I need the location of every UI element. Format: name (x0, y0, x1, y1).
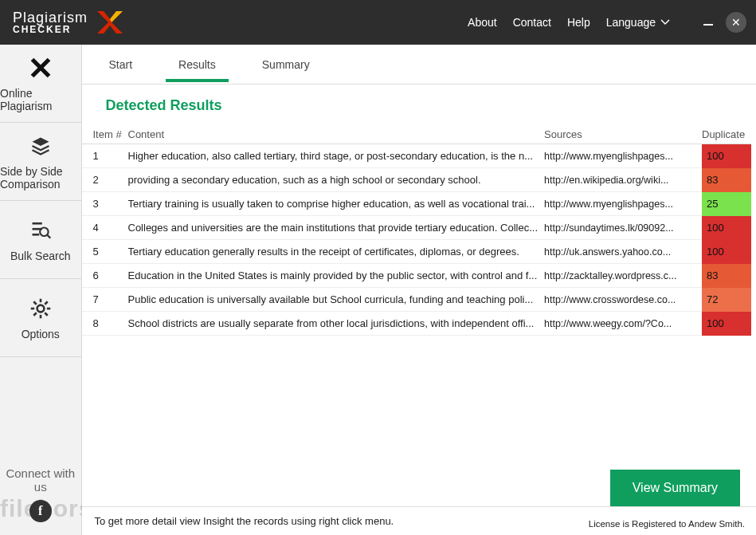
cell-item-num: 6 (93, 269, 128, 281)
table-row[interactable]: 1Higher education, also called tertiary,… (82, 144, 752, 168)
cell-content: Public education is universally availabl… (128, 293, 545, 305)
cell-source: http://www.myenglishpages... (544, 151, 702, 162)
license-text: License is Registered to Andew Smith. (589, 519, 745, 529)
tab-results[interactable]: Results (175, 49, 219, 81)
app-name-2: CHECKER (13, 25, 88, 34)
cell-source: http://en.wikipedia.org/wiki... (544, 175, 702, 186)
cell-duplicate: 72 (702, 288, 751, 312)
cell-item-num: 1 (93, 150, 128, 162)
nav-help[interactable]: Help (567, 16, 590, 29)
table-row[interactable]: 8School districts are usually separate f… (82, 312, 752, 336)
facebook-icon[interactable]: f (29, 500, 52, 522)
cell-duplicate: 100 (702, 144, 751, 168)
cell-content: providing a secondary education, such as… (128, 174, 545, 186)
cell-duplicate: 25 (702, 192, 751, 216)
svg-line-10 (33, 301, 37, 305)
svg-line-13 (45, 301, 48, 305)
cell-content: Colleges and universities are the main i… (128, 222, 545, 234)
col-sources: Sources (544, 128, 702, 140)
section-title: Detected Results (106, 97, 757, 114)
table-row[interactable]: 6Education in the United States is mainl… (82, 264, 752, 288)
cell-duplicate: 100 (702, 312, 751, 336)
svg-point-5 (37, 305, 44, 312)
cell-item-num: 8 (93, 317, 128, 329)
sidebar: Online Plagiarism Side by Side Compariso… (0, 45, 82, 535)
logo-x-icon (92, 6, 124, 38)
col-duplicate: Duplicate (702, 128, 751, 140)
cell-content: Education in the United States is mainly… (128, 269, 545, 281)
nav-contact[interactable]: Contact (513, 16, 551, 29)
svg-line-4 (47, 234, 50, 238)
cell-item-num: 2 (93, 174, 128, 186)
cell-duplicate: 83 (702, 168, 751, 192)
results-table: Item # Content Sources Duplicate 1Higher… (82, 125, 757, 506)
col-content: Content (128, 128, 545, 140)
table-row[interactable]: 3Tertiary training is usually taken to c… (82, 192, 752, 216)
table-row[interactable]: 4Colleges and universities are the main … (82, 216, 752, 240)
sidebar-item-online-plagiarism[interactable]: Online Plagiarism (0, 45, 81, 123)
cell-source: http://uk.answers.yahoo.co... (544, 246, 702, 258)
table-header: Item # Content Sources Duplicate (82, 125, 752, 144)
view-summary-button[interactable]: View Summary (610, 470, 740, 506)
cell-item-num: 7 (93, 293, 128, 305)
cell-source: http://sundaytimes.lk/09092... (544, 222, 702, 234)
chevron-down-icon (660, 19, 670, 26)
sidebar-item-label: Bulk Search (10, 250, 70, 262)
gear-icon (28, 296, 53, 321)
svg-line-11 (45, 313, 48, 316)
layers-icon (28, 133, 53, 159)
cell-content: Higher education, also called tertiary, … (128, 150, 545, 162)
cell-duplicate: 100 (702, 216, 751, 240)
cell-source: http://zacktalley.wordpress.c... (544, 270, 702, 281)
cell-source: http://www.weegy.com/?Co... (544, 318, 702, 329)
title-bar: Plagiarism CHECKER About Contact Help La… (0, 0, 756, 45)
close-button[interactable]: ✕ (726, 12, 746, 33)
x-icon (28, 55, 53, 81)
app-name-1: Plagiarism (13, 10, 88, 25)
cell-duplicate: 83 (702, 264, 751, 288)
cell-duplicate: 100 (702, 240, 751, 264)
sidebar-item-label: Options (22, 328, 60, 340)
table-row[interactable]: 5Tertiary education generally results in… (82, 240, 752, 264)
sidebar-item-label: Online Plagiarism (0, 87, 81, 112)
tab-start[interactable]: Start (106, 49, 136, 81)
cell-source: http://www.myenglishpages... (544, 199, 702, 210)
cell-content: School districts are usually separate fr… (128, 317, 545, 329)
sidebar-item-side-by-side[interactable]: Side by Side Comparison (0, 123, 81, 201)
col-item: Item # (93, 128, 128, 140)
cell-content: Tertiary education generally results in … (128, 246, 545, 258)
sidebar-item-bulk-search[interactable]: Bulk Search (0, 201, 81, 279)
header-nav: About Contact Help Language ✕ (468, 12, 746, 33)
minimize-button[interactable] (703, 24, 713, 26)
list-search-icon (28, 218, 53, 243)
svg-line-12 (33, 313, 37, 316)
sidebar-item-options[interactable]: Options (0, 279, 81, 357)
cell-content: Tertiary training is usually taken to co… (128, 198, 545, 210)
cell-item-num: 4 (93, 222, 128, 234)
main-panel: Start Results Summary Detected Results I… (82, 45, 757, 535)
nav-about[interactable]: About (468, 16, 497, 29)
tab-summary[interactable]: Summary (259, 49, 313, 81)
cell-source: http://www.crosswordese.co... (544, 294, 702, 305)
table-row[interactable]: 7Public education is universally availab… (82, 288, 752, 312)
logo: Plagiarism CHECKER (13, 6, 124, 38)
cell-item-num: 3 (93, 198, 128, 210)
cell-item-num: 5 (93, 246, 128, 258)
nav-language[interactable]: Language (606, 16, 670, 29)
tabs: Start Results Summary (82, 45, 757, 85)
table-row[interactable]: 2providing a secondary education, such a… (82, 168, 752, 192)
sidebar-item-label: Side by Side Comparison (0, 165, 81, 191)
connect-with-us: Connect with us f (0, 466, 81, 522)
